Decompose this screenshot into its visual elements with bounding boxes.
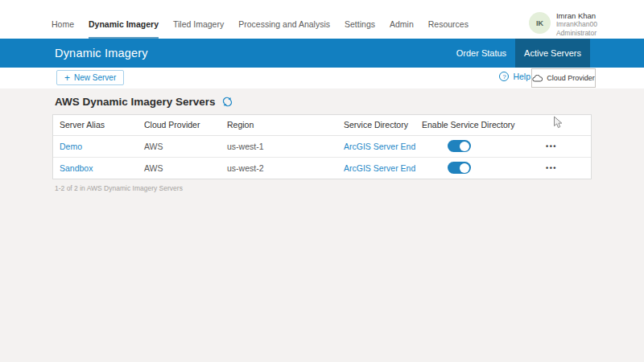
- cloud-provider-label: Cloud Provider: [547, 74, 595, 82]
- col-region: Region: [221, 115, 337, 135]
- nav-item-tiled-imagery[interactable]: Tiled Imagery: [173, 19, 224, 39]
- cloud-provider-cell: AWS: [138, 135, 221, 157]
- col-server-alias: Server Alias: [53, 115, 138, 135]
- server-alias-link[interactable]: Demo: [60, 142, 82, 151]
- cloud-provider-dropdown[interactable]: Cloud Provider: [531, 68, 596, 88]
- heading-row: AWS Dynamic Imagery Servers: [0, 88, 644, 108]
- plus-icon: +: [64, 73, 70, 83]
- user-menu[interactable]: IK Imran Khan ImranKhan00 Administrator: [529, 10, 597, 38]
- nav-item-admin[interactable]: Admin: [390, 19, 414, 39]
- service-directory-link[interactable]: ArcGIS Server Endpoint: [344, 163, 415, 173]
- top-navigation: Home Dynamic Imagery Tiled Imagery Proce…: [0, 0, 644, 39]
- user-username: ImranKhan00: [556, 20, 597, 29]
- row-options-icon[interactable]: •••: [546, 158, 557, 179]
- pagination-summary: 1-2 of 2 in AWS Dynamic Imagery Servers: [55, 184, 644, 192]
- col-enable-service-directory: Enable Service Directory: [415, 115, 528, 135]
- toggle-knob: [460, 163, 469, 173]
- nav-item-resources[interactable]: Resources: [428, 19, 469, 39]
- tab-active-servers[interactable]: Active Servers: [515, 39, 590, 68]
- server-alias-link[interactable]: Sandbox: [60, 163, 93, 173]
- refresh-icon[interactable]: [222, 97, 233, 107]
- nav-item-dynamic-imagery[interactable]: Dynamic Imagery: [89, 19, 159, 39]
- content-area: AWS Dynamic Imagery Servers Server Alias…: [0, 88, 644, 362]
- header-tabs: Order Status Active Servers: [448, 39, 590, 68]
- toggle-knob: [460, 142, 469, 151]
- nav-item-settings[interactable]: Settings: [345, 19, 375, 39]
- user-role: Administrator: [556, 29, 597, 38]
- servers-table: Server Alias Cloud Provider Region Servi…: [52, 114, 592, 179]
- table-header-row: Server Alias Cloud Provider Region Servi…: [53, 115, 591, 135]
- toolbar: + New Server ? Help Cloud Provider: [0, 68, 644, 88]
- col-cloud-provider: Cloud Provider: [138, 115, 221, 135]
- enable-service-directory-toggle[interactable]: [448, 162, 471, 174]
- new-server-button[interactable]: + New Server: [56, 70, 124, 85]
- help-label: Help: [513, 72, 530, 81]
- help-icon: ?: [499, 72, 509, 81]
- col-service-directory: Service Directory: [337, 115, 415, 135]
- table-row: Demo AWS us-west-1 ArcGIS Server Endpoin…: [53, 135, 591, 157]
- nav-item-home[interactable]: Home: [52, 19, 74, 39]
- user-name: Imran Khan: [556, 11, 597, 20]
- tab-order-status[interactable]: Order Status: [448, 39, 515, 68]
- cloud-icon: [532, 75, 543, 82]
- section-heading: AWS Dynamic Imagery Servers: [55, 96, 216, 108]
- row-options-icon[interactable]: •••: [546, 136, 557, 157]
- col-actions: [528, 115, 591, 135]
- cloud-provider-cell: AWS: [138, 157, 221, 179]
- new-server-label: New Server: [74, 73, 116, 82]
- service-directory-link[interactable]: ArcGIS Server Endpoint: [344, 142, 415, 151]
- avatar[interactable]: IK: [529, 12, 551, 34]
- user-info: Imran Khan ImranKhan00 Administrator: [556, 10, 597, 38]
- app-window: { "topnav": { "items": [ { "label": "Hom…: [0, 0, 644, 362]
- nav-items: Home Dynamic Imagery Tiled Imagery Proce…: [52, 19, 483, 39]
- nav-item-processing-and-analysis[interactable]: Processing and Analysis: [238, 19, 330, 39]
- page-title: Dynamic Imagery: [55, 47, 148, 60]
- page-header-bar: Dynamic Imagery Order Status Active Serv…: [0, 39, 644, 68]
- region-cell: us-west-2: [221, 157, 337, 179]
- region-cell: us-west-1: [221, 135, 337, 157]
- help-link[interactable]: ? Help: [499, 72, 530, 81]
- enable-service-directory-toggle[interactable]: [448, 140, 471, 152]
- table-row: Sandbox AWS us-west-2 ArcGIS Server Endp…: [53, 157, 591, 179]
